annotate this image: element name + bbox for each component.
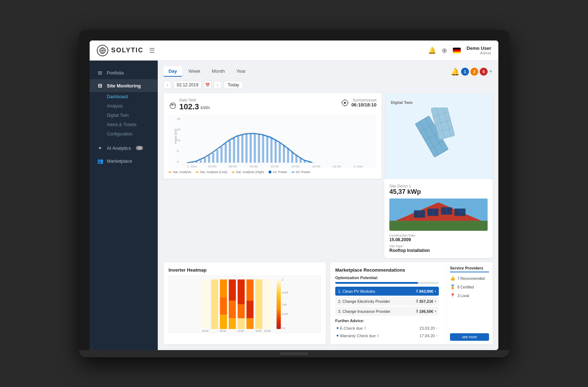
construction-date-label: Construction Date xyxy=(389,234,488,237)
svg-rect-32 xyxy=(225,144,227,163)
tab-year[interactable]: Year xyxy=(231,66,251,77)
language-flag[interactable] xyxy=(453,48,461,53)
svg-text:2. Dec: 2. Dec xyxy=(187,165,197,168)
svg-rect-37 xyxy=(246,134,248,163)
notif-badge-2[interactable]: 2 xyxy=(470,68,478,76)
tab-week[interactable]: Week xyxy=(184,66,205,77)
sidebar-sub-digital-twin[interactable]: Digital Twin xyxy=(90,111,158,120)
svg-rect-94 xyxy=(238,280,245,304)
top-bar-left: SOLYTIC ☰ xyxy=(97,45,155,56)
tab-month[interactable]: Month xyxy=(207,66,230,77)
see-more-button[interactable]: see more xyxy=(450,333,489,341)
sidebar-sub-configuration[interactable]: Configuration xyxy=(90,129,158,139)
market-item-3[interactable]: 3. Change Insurance Provider ℹ 186,50€ › xyxy=(335,307,439,316)
thumbsup-icon: 👍 xyxy=(450,276,455,281)
monitoring-icon: ⊟ xyxy=(97,83,103,89)
info-icon-2[interactable]: ℹ xyxy=(416,299,418,304)
tab-day[interactable]: Day xyxy=(163,66,182,77)
notif-badge-1[interactable]: 1 xyxy=(461,68,469,76)
legend-ac-power: AC Power xyxy=(269,170,288,174)
svg-rect-100 xyxy=(255,280,262,329)
notif-badge-5[interactable]: 5 xyxy=(480,68,488,76)
notif-bell-icon[interactable]: 🔔 xyxy=(451,67,460,76)
digital-twin-title: Digital Twin xyxy=(391,100,413,105)
further-item-2: Warranty Check due ℹ 17.04.20 › xyxy=(335,332,439,339)
local-label: 3 Local xyxy=(457,294,469,298)
arrow-icon-3[interactable]: › xyxy=(435,309,436,313)
svg-text:09:00: 09:00 xyxy=(250,165,258,168)
heatmap-area: 0 0.025 0.05 0.075 0.1 04:00 08:00 12:00 xyxy=(169,276,321,333)
svg-rect-33 xyxy=(229,141,231,163)
info-icon-echeck[interactable]: ℹ xyxy=(364,326,366,330)
bottom-grid: Inverter Heatmap xyxy=(163,262,493,344)
main-content: Day Week Month Year 🔔 1 2 5 ▼ xyxy=(158,61,498,350)
top-bar: SOLYTIC ☰ 🔔 ⊕ Demo User Admin xyxy=(90,40,498,61)
marketplace-label: Marketplace xyxy=(107,158,132,164)
move-icon[interactable]: ⊕ xyxy=(442,47,447,54)
svg-rect-43 xyxy=(270,138,272,163)
logo: SOLYTIC xyxy=(97,45,143,56)
svg-rect-45 xyxy=(279,142,281,163)
daily-yield-value: 102.3 kWh xyxy=(179,102,210,111)
svg-rect-91 xyxy=(229,280,236,301)
legend-sat-low: Sat. Analysis (Low) xyxy=(196,170,228,174)
construction-date: 15.08.2009 xyxy=(389,237,488,242)
svg-text:0: 0 xyxy=(177,160,179,163)
sidebar-sub-alerts[interactable]: Alerts & Tickets xyxy=(90,120,158,129)
sun-settings-icon xyxy=(341,99,349,107)
info-icon-1[interactable]: ℹ xyxy=(416,289,418,293)
site-label: Site Demo 1 xyxy=(389,184,488,188)
chart-header: Daily Yield 102.3 kWh xyxy=(169,98,376,111)
calendar-icon[interactable]: 📅 xyxy=(204,81,212,89)
arrow-icon-2[interactable]: › xyxy=(435,299,436,303)
sidebar-item-portfolio[interactable]: ⊞ Portfolio xyxy=(90,66,158,79)
certified-icon: 🏅 xyxy=(450,285,455,290)
certified-label: 8 Certified xyxy=(457,285,474,289)
date-display: 02.12.2019 xyxy=(174,81,201,89)
svg-rect-47 xyxy=(287,148,289,163)
arrow-icon-1[interactable]: › xyxy=(435,289,436,293)
site-monitoring-label: Site Monitoring xyxy=(107,83,141,89)
daily-yield-section: Daily Yield 102.3 kWh xyxy=(169,98,210,111)
yield-unit: kWh xyxy=(201,105,210,110)
ai-analytics-label: AI Analytics xyxy=(107,145,131,151)
portfolio-icon: ⊞ xyxy=(97,70,103,76)
svg-text:20: 20 xyxy=(177,117,181,120)
bell-icon[interactable]: 🔔 xyxy=(428,47,436,54)
info-icon-3[interactable]: ℹ xyxy=(416,309,418,314)
hamburger-menu[interactable]: ☰ xyxy=(149,47,155,54)
sidebar-sub-dashboard[interactable]: Dashboard xyxy=(90,92,158,101)
sunrise-value: 06:10/18:10 xyxy=(351,102,376,108)
market-item-3-label: 3. Change Insurance Provider xyxy=(338,309,390,314)
ai-badge: 28 xyxy=(136,146,143,150)
svg-rect-99 xyxy=(246,319,253,329)
market-item-2[interactable]: 2. Change Electricity Provider ℹ 357,21€… xyxy=(335,297,439,306)
svg-rect-102 xyxy=(276,280,281,329)
market-item-2-label: 2. Change Electricity Provider xyxy=(338,299,390,304)
notif-expand[interactable]: ▼ xyxy=(489,70,493,73)
optimization-bar xyxy=(335,282,439,284)
sidebar-item-ai-analytics[interactable]: ✦ AI Analytics 28 xyxy=(90,142,158,154)
date-next-btn[interactable]: › xyxy=(214,81,222,89)
top-bar-right: 🔔 ⊕ Demo User Admin xyxy=(428,46,491,55)
market-item-1[interactable]: 1. Clean PV Modules ℹ 943,90€ › xyxy=(335,287,439,296)
info-icon-warranty[interactable]: ℹ xyxy=(377,333,379,338)
svg-text:Power [kW]: Power [kW] xyxy=(174,129,178,144)
svg-rect-46 xyxy=(283,145,285,163)
portfolio-label: Portfolio xyxy=(107,70,124,76)
svg-rect-26 xyxy=(200,160,202,163)
heatmap-title: Inverter Heatmap xyxy=(169,267,321,273)
legend-sat-analysis: Sat. Analysis xyxy=(169,170,191,174)
svg-rect-97 xyxy=(246,280,253,301)
sidebar-item-site-monitoring[interactable]: ⊟ Site Monitoring xyxy=(90,79,158,92)
sidebar-sub-analysis[interactable]: Analysis xyxy=(90,101,158,111)
provider-panel: Service Providers 👍 7 Recommended 🏅 8 Ce… xyxy=(446,262,493,344)
date-navigation: ‹ 02.12.2019 📅 › Today xyxy=(163,81,493,89)
svg-rect-98 xyxy=(246,301,253,318)
svg-rect-29 xyxy=(212,153,214,163)
date-prev-btn[interactable]: ‹ xyxy=(163,81,171,89)
sidebar-item-marketplace[interactable]: 👥 Marketplace xyxy=(90,154,158,167)
digital-twin-card: Digital Twin xyxy=(386,93,493,179)
svg-text:03:00: 03:00 xyxy=(208,165,216,168)
today-button[interactable]: Today xyxy=(224,81,243,89)
